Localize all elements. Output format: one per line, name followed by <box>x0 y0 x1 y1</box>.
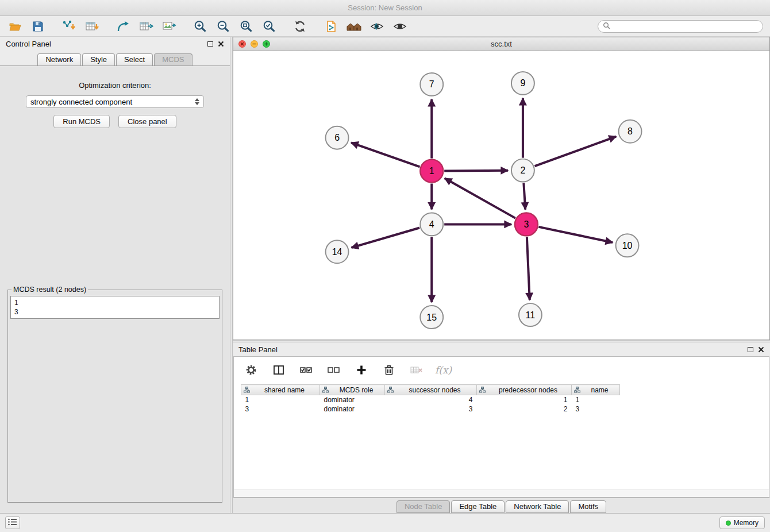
table-cell[interactable]: dominator <box>320 404 385 414</box>
node-10[interactable]: 10 <box>616 234 639 257</box>
apply-layout-button[interactable] <box>291 18 309 35</box>
status-bar: Memory <box>0 513 770 532</box>
birds-eye-view-button[interactable] <box>391 18 409 35</box>
node-4[interactable]: 4 <box>420 213 443 236</box>
gear-icon <box>245 364 257 376</box>
node-3[interactable]: 3 <box>515 213 538 236</box>
trash-icon <box>383 364 395 376</box>
table-cell[interactable]: 2 <box>477 404 572 414</box>
add-column-button[interactable] <box>352 361 371 379</box>
column-header-MCDS-role[interactable]: MCDS role <box>320 385 385 395</box>
node-1[interactable]: 1 <box>420 160 443 183</box>
table-cell[interactable]: 1 <box>572 395 620 404</box>
show-columns-button[interactable] <box>270 361 288 379</box>
zoom-out-button[interactable] <box>214 18 232 35</box>
node-2[interactable]: 2 <box>511 159 534 182</box>
run-mcds-button[interactable]: Run MCDS <box>53 115 110 128</box>
tab-select[interactable]: Select <box>116 53 153 65</box>
zoom-fit-button[interactable] <box>237 18 255 35</box>
optimization-label: Optimization criterion: <box>79 81 151 90</box>
network-graph[interactable]: 7968124314101511 <box>233 51 769 340</box>
search-input[interactable] <box>613 22 758 30</box>
node-9[interactable]: 9 <box>511 72 534 95</box>
edge-2-8[interactable] <box>535 137 617 166</box>
node-label: 7 <box>429 79 434 89</box>
edge-3-11[interactable] <box>527 237 530 300</box>
task-history-button[interactable] <box>5 516 20 529</box>
open-session-button[interactable] <box>6 18 24 35</box>
control-panel-tabs: NetworkStyleSelectMCDS <box>0 51 230 65</box>
edge-3-1[interactable] <box>445 178 515 218</box>
zoom-selected-button[interactable] <box>260 18 278 35</box>
import-network-button[interactable] <box>60 18 78 35</box>
edge-1-2[interactable] <box>444 171 508 171</box>
table-toolbar: f(x) <box>234 357 769 383</box>
tab-motifs[interactable]: Motifs <box>570 500 606 513</box>
table-horizontal-scrollbar[interactable] <box>234 489 769 497</box>
optimization-select[interactable]: strongly connected component <box>26 95 204 108</box>
save-session-button[interactable] <box>29 18 47 35</box>
window-minimize-icon[interactable] <box>251 40 258 48</box>
memory-button[interactable]: Memory <box>719 516 765 529</box>
tab-edge-table[interactable]: Edge Table <box>451 500 505 513</box>
table-cell[interactable]: 3 <box>572 404 620 414</box>
table-cell[interactable]: 1 <box>477 395 572 404</box>
float-panel-icon[interactable] <box>207 41 213 47</box>
select-all-button[interactable] <box>297 361 315 379</box>
delete-column-button[interactable] <box>380 361 398 379</box>
table-row[interactable]: 3dominator323 <box>241 404 620 414</box>
table-cell[interactable]: 3 <box>385 404 477 414</box>
float-table-panel-icon[interactable] <box>748 347 753 352</box>
node-8[interactable]: 8 <box>619 120 642 143</box>
tab-mcds[interactable]: MCDS <box>154 53 192 65</box>
node-6[interactable]: 6 <box>326 126 349 149</box>
edge-1-6[interactable] <box>351 142 419 167</box>
edge-4-14[interactable] <box>351 228 419 248</box>
edge-2-3[interactable] <box>523 183 525 209</box>
table-cell[interactable]: 1 <box>241 395 320 404</box>
table-settings-button[interactable] <box>242 361 260 379</box>
copy-network-button[interactable] <box>322 18 340 35</box>
export-network-button[interactable] <box>114 18 132 35</box>
node-7[interactable]: 7 <box>420 73 443 96</box>
column-header-label: predecessor nodes <box>499 386 557 394</box>
column-header-predecessor-nodes[interactable]: predecessor nodes <box>477 385 572 395</box>
table-cell[interactable]: dominator <box>320 395 385 404</box>
close-table-panel-icon[interactable] <box>758 346 764 353</box>
table-panel-title: Table Panel <box>238 345 278 354</box>
mcds-result-list[interactable]: 13 <box>10 296 220 319</box>
window-close-icon[interactable] <box>238 40 246 48</box>
network-window-titlebar[interactable]: scc.txt <box>233 37 769 51</box>
tab-node-table[interactable]: Node Table <box>396 500 451 513</box>
node-15[interactable]: 15 <box>420 306 443 329</box>
window-zoom-icon[interactable] <box>263 40 270 48</box>
first-neighbors-button[interactable] <box>345 18 363 35</box>
zoom-in-button[interactable] <box>191 18 209 35</box>
column-header-shared-name[interactable]: shared name <box>241 385 320 395</box>
node-table: shared nameMCDS rolesuccessor nodesprede… <box>241 384 620 414</box>
table-cell[interactable]: 3 <box>241 404 320 414</box>
mcds-result-title: MCDS result (2 nodes) <box>11 286 88 294</box>
column-header-name[interactable]: name <box>572 385 620 395</box>
close-panel-button[interactable]: Close panel <box>118 115 176 128</box>
graphics-details-button[interactable] <box>368 18 386 35</box>
node-table-area[interactable]: shared nameMCDS rolesuccessor nodesprede… <box>234 383 769 489</box>
node-label: 11 <box>526 310 536 320</box>
close-panel-icon[interactable] <box>218 41 224 47</box>
search-field[interactable] <box>598 20 763 33</box>
node-11[interactable]: 11 <box>519 303 542 326</box>
network-canvas[interactable]: 7968124314101511 <box>233 51 769 340</box>
import-table-button[interactable] <box>83 18 101 35</box>
control-panel-title: Control Panel <box>6 40 51 48</box>
tab-network-table[interactable]: Network Table <box>506 500 569 513</box>
deselect-all-button[interactable] <box>325 361 343 379</box>
tab-network[interactable]: Network <box>37 53 81 65</box>
export-table-button[interactable] <box>137 18 155 35</box>
table-cell[interactable]: 4 <box>385 395 477 404</box>
table-row[interactable]: 1dominator411 <box>241 395 620 404</box>
edge-3-10[interactable] <box>538 227 613 242</box>
tab-style[interactable]: Style <box>82 53 115 65</box>
column-header-successor-nodes[interactable]: successor nodes <box>385 385 477 395</box>
export-image-button[interactable] <box>160 18 178 35</box>
node-14[interactable]: 14 <box>326 240 349 263</box>
